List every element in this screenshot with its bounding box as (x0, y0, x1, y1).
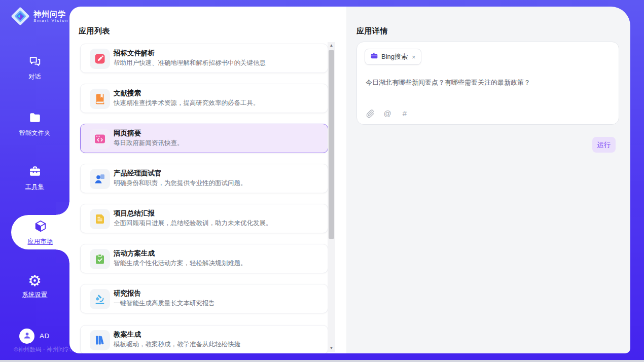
diamond-logo-icon (10, 6, 31, 27)
sidebar-item-label: 对话 (0, 73, 69, 81)
app-card-desc: 全面回顾项目进展，总结经验教训，助力未来优化发展。 (114, 219, 272, 228)
briefcase-icon (370, 52, 378, 62)
app-card-title: 活动方案生成 (114, 249, 155, 258)
tool-chip-bing-search[interactable]: Bing搜索 × (365, 49, 421, 65)
app-card-desc: 帮助用户快速、准确地理解和解析招标书中的关键信息 (114, 59, 266, 67)
attach-file-icon[interactable] (366, 109, 375, 118)
gear-icon: ⚙ (28, 279, 42, 287)
sidebar-item-app-market-active[interactable]: 应用市场 (11, 215, 69, 249)
prompt-card: Bing搜索 × 今日湖北有哪些新闻要点？有哪些需要关注的最新政策？ @ # (356, 42, 619, 125)
app-detail-panel: 应用详情 Bing搜索 × 今日湖北有哪些新闻要点？有哪些需要关注的最新政策？ … (346, 7, 630, 353)
app-card-project-summary[interactable]: 项目总结汇报 全面回顾项目进展，总结经验教训，助力未来优化发展。 (80, 204, 328, 233)
toolbox-icon (28, 171, 42, 179)
app-card-pm-interviewer[interactable]: 产品经理面试官 明确身份和职责，为您提供专业性的面试问题。 (80, 164, 328, 193)
clipboard-check-icon (90, 249, 110, 269)
app-card-lesson-plan[interactable]: 教案生成 模板驱动，教案秒成，教学准备从此轻松快捷 (80, 325, 328, 353)
interview-icon (90, 169, 110, 189)
app-card-literature-search[interactable]: 文献搜索 快速精准查找学术资源，提高研究效率的必备工具。 (80, 84, 328, 113)
sidebar-item-chat[interactable]: 对话 (0, 55, 69, 81)
content-area: 应用列表 招标文件解析 帮助用户快速、准确地理解和解析招标书中的关键信息 文献搜… (69, 7, 630, 353)
app-card-title: 文献搜索 (114, 89, 141, 98)
brand-name: 神州问学 (33, 10, 68, 18)
query-text[interactable]: 今日湖北有哪些新闻要点？有哪些需要关注的最新政策？ (366, 78, 609, 87)
app-card-desc: 快速精准查找学术资源，提高研究效率的必备工具。 (114, 99, 260, 107)
sidebar-item-label: 工具集 (0, 183, 69, 191)
sidebar-item-label: 应用市场 (11, 237, 69, 246)
app-list-title: 应用列表 (79, 26, 110, 36)
sidebar-item-label: 系统设置 (0, 291, 69, 299)
app-card-desc: 每日政府新闻资讯快查。 (114, 139, 184, 148)
book-icon (90, 89, 110, 109)
app-card-title: 招标文件解析 (114, 49, 155, 58)
app-card-bid-parsing[interactable]: 招标文件解析 帮助用户快速、准确地理解和解析招标书中的关键信息 (80, 44, 328, 73)
books-icon (90, 330, 110, 350)
chip-close-icon[interactable]: × (412, 53, 416, 61)
bubble-top-corner (56, 202, 69, 215)
run-button[interactable]: 运行 (592, 137, 616, 153)
app-card-title: 网页摘要 (114, 129, 141, 138)
app-list-panel: 应用列表 招标文件解析 帮助用户快速、准确地理解和解析招标书中的关键信息 文献搜… (69, 7, 346, 353)
tool-chip-label: Bing搜索 (381, 52, 408, 61)
app-card-title: 产品经理面试官 (114, 169, 162, 178)
sidebar-item-toolset[interactable]: 工具集 (0, 165, 69, 191)
app-card-title: 项目总结汇报 (114, 209, 155, 218)
scrollbar-down-arrow[interactable]: ▼ (328, 345, 335, 352)
app-card-title: 研究报告 (114, 289, 141, 298)
user-avatar[interactable] (19, 329, 34, 344)
scrollbar-thumb[interactable] (329, 50, 334, 239)
brand-tagline: Smart Vision (33, 18, 68, 23)
app-card-event-plan[interactable]: 活动方案生成 智能生成个性化活动方案，轻松解决规划难题。 (80, 244, 328, 273)
report-doc-icon (90, 209, 110, 229)
app-card-web-summary-selected[interactable]: 网页摘要 每日政府新闻资讯快查。 (80, 124, 328, 153)
app-card-research-report[interactable]: 研究报告 一键智能生成高质量长文本研究报告 (80, 284, 328, 313)
folder-icon (28, 117, 42, 126)
hashtag-icon[interactable]: # (400, 109, 409, 118)
user-initials: AD (40, 332, 50, 340)
web-code-icon (90, 129, 110, 149)
doc-edit-icon (90, 49, 110, 69)
sidebar-item-label: 智能文件夹 (0, 129, 69, 137)
brand-logo: 神州问学 Smart Vision (10, 6, 68, 27)
app-card-title: 教案生成 (114, 330, 141, 339)
research-icon (90, 289, 110, 309)
sidebar-item-settings[interactable]: ⚙ 系统设置 (0, 274, 69, 299)
bubble-bottom-corner (56, 249, 69, 263)
app-window: 神州问学 Smart Vision 对话 智能文件夹 工具集 应用市场 ⚙ 系统… (0, 0, 644, 362)
app-card-desc: 一键智能生成高质量长文本研究报告 (114, 299, 215, 308)
user-icon (22, 331, 32, 342)
bottom-edge-strip (0, 360, 644, 362)
mention-icon[interactable]: @ (383, 109, 392, 118)
input-toolbar: @ # (366, 109, 409, 118)
app-card-desc: 智能生成个性化活动方案，轻松解决规划难题。 (114, 259, 247, 268)
sidebar-item-smart-folder[interactable]: 智能文件夹 (0, 111, 69, 137)
app-card-desc: 明确身份和职责，为您提供专业性的面试问题。 (114, 179, 247, 188)
app-card-desc: 模板驱动，教案秒成，教学准备从此轻松快捷 (114, 340, 240, 349)
app-detail-title: 应用详情 (356, 26, 388, 36)
scrollbar-up-arrow[interactable]: ▲ (328, 42, 335, 49)
chat-icon (28, 61, 42, 69)
cube-icon (34, 226, 47, 234)
